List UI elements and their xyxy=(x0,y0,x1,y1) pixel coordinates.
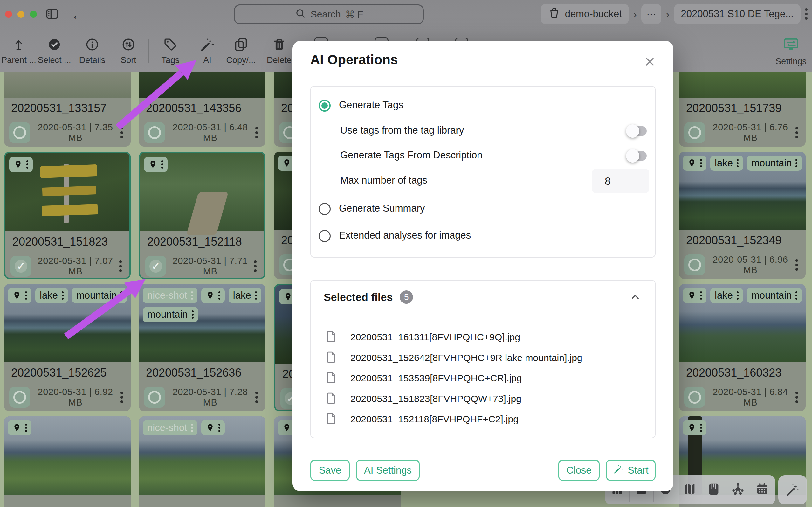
select-checkbox[interactable] xyxy=(684,387,705,408)
kebab-menu-button[interactable] xyxy=(121,392,123,403)
toggle-switch[interactable] xyxy=(627,126,647,136)
photo-tile[interactable]: 20200531_151823✓2020-05-31 | 7.07 MB xyxy=(4,152,131,279)
kebab-menu-button[interactable] xyxy=(255,127,258,138)
photo-tile[interactable]: lakemountain20200531_1523492020-05-31 | … xyxy=(679,152,806,279)
kebab-menu-button[interactable] xyxy=(62,291,64,300)
select-checkbox[interactable] xyxy=(684,255,705,275)
kebab-menu-button[interactable] xyxy=(25,291,27,300)
location-pin-chip[interactable] xyxy=(683,288,706,303)
ai-options-card: Generate TagsUse tags from the tag libra… xyxy=(310,86,655,258)
kebab-menu-button[interactable] xyxy=(737,159,739,167)
file-list-item[interactable]: 20200531_161311[8FVHPQHC+9Q].jpg xyxy=(325,328,520,346)
start-button[interactable]: Start xyxy=(606,460,655,481)
zoom-window-button[interactable] xyxy=(30,11,37,18)
select-checkbox[interactable]: ✓ xyxy=(145,256,166,277)
kebab-menu-button[interactable] xyxy=(161,160,163,169)
tag-chip[interactable]: lake xyxy=(35,288,68,303)
tag-chip[interactable]: lake xyxy=(229,288,261,303)
tag-chip[interactable]: nice-shot xyxy=(143,420,197,436)
toggle-switch[interactable] xyxy=(627,151,647,161)
photo-tile[interactable]: lakemountain20200531_1603232020-05-31 | … xyxy=(679,284,806,411)
collapse-files-button[interactable] xyxy=(628,290,642,304)
view-kanban-button[interactable] xyxy=(702,475,726,504)
kebab-menu-button[interactable] xyxy=(119,261,122,272)
kebab-menu-button[interactable] xyxy=(255,392,258,403)
radio-button[interactable] xyxy=(319,203,331,215)
kebab-menu-button[interactable] xyxy=(121,291,122,300)
modal-close-button[interactable] xyxy=(643,55,657,69)
tag-chip[interactable]: mountain xyxy=(747,288,802,303)
radio-button[interactable] xyxy=(319,100,331,112)
radio-button[interactable] xyxy=(319,230,331,242)
kebab-menu-button[interactable] xyxy=(700,424,702,432)
kebab-menu-button[interactable] xyxy=(218,424,220,432)
kebab-menu-button[interactable] xyxy=(218,291,220,300)
breadcrumb-ellipsis[interactable]: ··· xyxy=(641,4,661,24)
file-list-item[interactable]: 20200531_153539[8FVHPQHC+CR].jpg xyxy=(325,369,522,387)
breadcrumb-folder[interactable]: 20200531 S10 DE Tege... xyxy=(674,4,801,24)
location-pin-chip[interactable] xyxy=(683,156,706,171)
view-network-button[interactable] xyxy=(726,475,750,504)
location-pin-chip[interactable] xyxy=(144,157,168,172)
location-pin-chip[interactable] xyxy=(8,288,32,303)
view-map-button[interactable] xyxy=(678,475,702,504)
location-pin-chip[interactable] xyxy=(201,288,225,303)
kebab-menu-button[interactable] xyxy=(796,259,798,271)
kebab-menu-button[interactable] xyxy=(191,424,193,432)
kebab-menu-button[interactable] xyxy=(737,291,739,300)
file-list-item[interactable]: 20200531_152642[8FVHPQHC+9R lake mountai… xyxy=(325,349,582,367)
kebab-menu-button[interactable] xyxy=(255,291,257,300)
select-checkbox[interactable] xyxy=(9,387,30,408)
tag-chip[interactable]: lake xyxy=(710,288,743,303)
location-pin-chip[interactable] xyxy=(9,157,33,172)
select-checkbox[interactable] xyxy=(684,122,705,143)
photo-tile[interactable] xyxy=(4,416,131,507)
tag-chip[interactable]: nice-shot xyxy=(143,288,197,303)
select-checkbox[interactable] xyxy=(9,122,30,143)
kebab-menu-button[interactable] xyxy=(796,392,798,403)
location-pin-chip[interactable] xyxy=(8,420,32,436)
location-pin-chip[interactable] xyxy=(201,420,225,436)
tag-chip[interactable]: mountain xyxy=(747,156,802,171)
close-window-button[interactable] xyxy=(5,11,12,18)
breadcrumb-menu-button[interactable] xyxy=(805,8,808,20)
save-button[interactable]: Save xyxy=(310,460,350,481)
sidebar-toggle-button[interactable] xyxy=(45,7,60,22)
max-tags-input[interactable]: 8 xyxy=(592,169,649,193)
file-list-item[interactable]: 20200531_151823[8FVHPQQW+73].jpg xyxy=(325,390,521,408)
kebab-menu-button[interactable] xyxy=(191,291,193,300)
view-calendar-button[interactable] xyxy=(750,475,774,504)
kebab-menu-button[interactable] xyxy=(192,311,194,319)
photo-tile[interactable]: nice-shot xyxy=(139,416,265,507)
kebab-menu-button[interactable] xyxy=(25,424,27,432)
close-button[interactable]: Close xyxy=(558,460,600,481)
ai-wand-floating-button[interactable] xyxy=(778,475,807,504)
tag-chip[interactable]: lake xyxy=(710,156,743,171)
ai-settings-button[interactable]: AI Settings xyxy=(356,460,420,481)
tag-chip[interactable]: mountain xyxy=(72,288,127,303)
checkbox-ring xyxy=(688,391,701,404)
select-checkbox[interactable]: ✓ xyxy=(10,256,32,277)
toolbar-item-settings[interactable]: Settings xyxy=(767,36,812,66)
minimize-window-button[interactable] xyxy=(17,11,24,18)
kebab-menu-button[interactable] xyxy=(796,291,797,300)
back-button[interactable]: ← xyxy=(71,7,86,22)
search-input[interactable]: Search ⌘ F xyxy=(234,4,424,24)
file-list-item[interactable]: 20200531_152118[8FVHPQHF+C2].jpg xyxy=(325,410,518,428)
photo-tile[interactable]: lakemountain20200531_1526252020-05-31 | … xyxy=(4,284,131,411)
select-checkbox[interactable] xyxy=(144,122,165,143)
kebab-menu-button[interactable] xyxy=(700,291,702,300)
kebab-menu-button[interactable] xyxy=(700,159,702,167)
tag-chip[interactable]: mountain xyxy=(143,307,198,322)
kebab-menu-button[interactable] xyxy=(796,127,798,138)
kebab-menu-button[interactable] xyxy=(796,159,797,167)
kebab-menu-button[interactable] xyxy=(26,160,28,169)
location-pin-chip[interactable] xyxy=(683,420,706,436)
photo-tile[interactable]: nice-shotlakemountain20200531_1526362020… xyxy=(139,284,265,411)
kebab-menu-button[interactable] xyxy=(121,127,123,138)
photo-tile[interactable]: 20200531_152118✓2020-05-31 | 7.71 MB xyxy=(139,152,265,279)
select-checkbox[interactable] xyxy=(144,387,165,408)
toolbar-item-sort[interactable]: Sort xyxy=(105,36,152,68)
breadcrumb-bucket[interactable]: demo-bucket xyxy=(541,4,629,24)
kebab-menu-button[interactable] xyxy=(254,261,257,272)
